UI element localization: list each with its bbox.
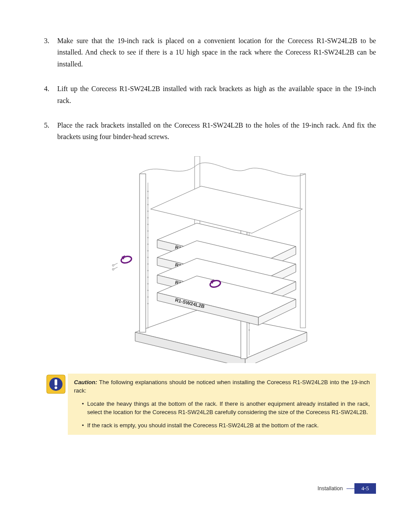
svg-point-61 [112, 264, 114, 266]
svg-point-22 [147, 276, 149, 278]
caution-list: Locate the heavy things at the bottom of… [74, 400, 370, 430]
footer-section: Installation [317, 485, 346, 492]
svg-rect-6 [300, 174, 306, 328]
page-footer: Installation 4-5 [317, 483, 376, 494]
step-text: Place the rack brackets installed on the… [57, 120, 376, 143]
svg-point-44 [249, 329, 250, 330]
svg-point-25 [147, 296, 149, 297]
page-number: 4-5 [354, 483, 376, 494]
svg-line-62 [114, 267, 118, 269]
svg-rect-68 [55, 379, 57, 386]
svg-point-21 [147, 270, 149, 271]
svg-point-69 [55, 386, 57, 389]
rack-figure: R1-SW24L2B R1-SW24L2B R1-SW24L2B R1-SW24… [44, 156, 376, 365]
svg-point-26 [147, 303, 149, 304]
caution-title: Caution: [74, 379, 97, 386]
svg-point-16 [147, 237, 149, 238]
footer-divider [346, 488, 354, 489]
step-number: 5. [44, 120, 57, 143]
svg-point-18 [147, 250, 149, 251]
instruction-step: 4. Lift up the Corecess R1-SW24L2B insta… [44, 83, 376, 106]
step-number: 3. [44, 35, 57, 70]
instruction-list: 3. Make sure that the 19-inch rack is pl… [44, 35, 376, 143]
svg-point-11 [147, 204, 149, 205]
svg-point-23 [147, 283, 149, 284]
document-page: 3. Make sure that the 19-inch rack is pl… [0, 0, 420, 514]
svg-point-12 [147, 210, 149, 212]
svg-point-17 [147, 243, 149, 245]
svg-point-58 [121, 255, 133, 264]
caution-icon [44, 374, 68, 394]
svg-point-10 [147, 197, 149, 198]
caution-row: Caution: The following explanations shou… [44, 374, 376, 435]
caution-lead-text: The following explanations should be not… [74, 379, 370, 394]
step-number: 4. [44, 83, 57, 106]
svg-point-15 [147, 230, 149, 231]
svg-point-13 [147, 217, 149, 218]
svg-point-19 [147, 257, 149, 258]
caution-item: Locate the heavy things at the bottom of… [82, 400, 370, 417]
caution-lead: Caution: The following explanations shou… [74, 378, 370, 395]
step-text: Make sure that the 19-inch rack is place… [57, 35, 376, 70]
svg-line-60 [114, 263, 118, 265]
rack-illustration: R1-SW24L2B R1-SW24L2B R1-SW24L2B R1-SW24… [104, 156, 316, 363]
screw-arrow-icon [112, 255, 132, 270]
svg-point-20 [147, 263, 149, 264]
caution-item: If the rack is empty, you should install… [82, 421, 370, 430]
svg-rect-3 [140, 174, 146, 332]
svg-point-24 [147, 290, 149, 291]
svg-point-9 [147, 191, 149, 192]
instruction-step: 3. Make sure that the 19-inch rack is pl… [44, 35, 376, 70]
caution-box: Caution: The following explanations shou… [68, 374, 376, 435]
svg-point-14 [147, 224, 149, 225]
svg-point-63 [112, 268, 114, 270]
step-text: Lift up the Corecess R1-SW24L2B installe… [57, 83, 376, 106]
instruction-step: 5. Place the rack brackets installed on … [44, 120, 376, 143]
svg-marker-45 [151, 186, 302, 233]
